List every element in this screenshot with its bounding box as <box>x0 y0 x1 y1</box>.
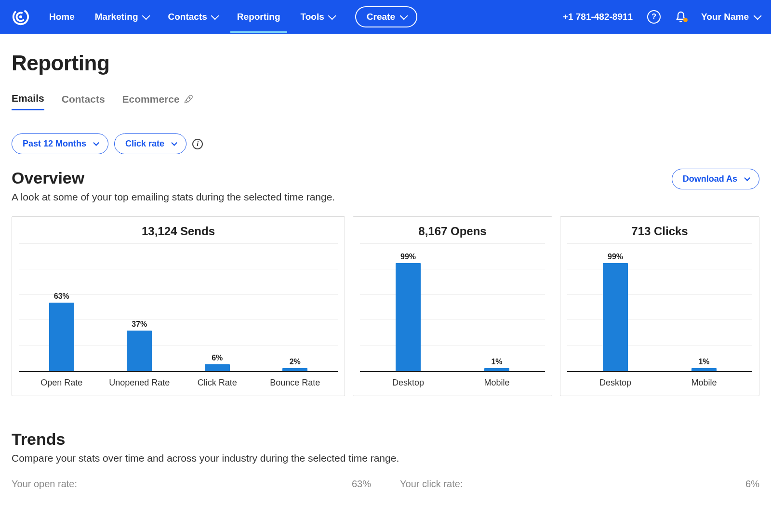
overview-charts: 13,124 Sends 63% 37% 6% 2% <box>12 216 759 396</box>
chevron-down-icon <box>400 12 408 20</box>
trends-section: Trends Compare your stats over time and … <box>12 430 759 490</box>
time-range-label: Past 12 Months <box>23 139 86 149</box>
top-navbar: Home Marketing Contacts Reporting Tools … <box>0 0 771 34</box>
chart-clicks: 713 Clicks 99% 1% Desktop Mobile <box>560 216 759 396</box>
trend-click-rate: Your click rate: 6% <box>400 479 759 490</box>
overview-title: Overview <box>12 169 335 187</box>
bar <box>49 303 74 371</box>
bar-value-label: 99% <box>400 253 416 261</box>
bar <box>484 368 509 371</box>
trends-title: Trends <box>12 430 759 449</box>
svg-point-2 <box>19 15 22 18</box>
bar-desktop: 99% <box>395 253 422 371</box>
chart-clicks-title: 713 Clicks <box>567 225 752 238</box>
bar <box>282 368 307 371</box>
chart-opens-title: 8,167 Opens <box>360 225 545 238</box>
tab-ecommerce[interactable]: Ecommerce <box>122 93 193 110</box>
trend-columns: Your open rate: 63% Your click rate: 6% <box>12 479 759 490</box>
user-name-label: Your Name <box>701 12 749 22</box>
bar <box>603 263 628 371</box>
chevron-down-icon <box>142 12 150 20</box>
metric-select[interactable]: Click rate <box>114 133 186 154</box>
bar-unopened-rate: 37% <box>126 320 153 371</box>
chart-opens: 8,167 Opens 99% 1% Desktop Mobile <box>353 216 552 396</box>
bar-value-label: 1% <box>698 358 709 366</box>
trend-open-value: 63% <box>352 479 371 490</box>
bar-value-label: 1% <box>491 358 502 366</box>
rocket-icon <box>184 94 193 104</box>
chart-clicks-plot: 99% 1% <box>567 244 752 372</box>
brand-logo[interactable] <box>12 8 30 26</box>
tab-ecommerce-label: Ecommerce <box>122 93 180 105</box>
xaxis-label: Desktop <box>364 378 452 388</box>
xaxis-label: Desktop <box>571 378 660 388</box>
nav-home[interactable]: Home <box>42 0 81 33</box>
trend-open-rate: Your open rate: 63% <box>12 479 371 490</box>
primary-nav: Home Marketing Contacts Reporting Tools … <box>42 0 417 33</box>
bar-value-label: 2% <box>290 358 301 366</box>
bar-value-label: 37% <box>132 320 147 329</box>
download-as-label: Download As <box>683 174 737 184</box>
gridlines <box>567 244 752 371</box>
bar-open-rate: 63% <box>48 292 75 371</box>
xaxis-label: Open Rate <box>23 378 101 388</box>
chart-sends: 13,124 Sends 63% 37% 6% 2% <box>12 216 345 396</box>
download-as-button[interactable]: Download As <box>672 169 759 189</box>
bar-value-label: 99% <box>608 253 623 261</box>
bar-value-label: 63% <box>54 292 69 301</box>
bar-desktop: 99% <box>602 253 629 371</box>
chart-sends-title: 13,124 Sends <box>19 225 338 238</box>
trend-open-label: Your open rate: <box>12 479 77 490</box>
chart-sends-xaxis: Open Rate Unopened Rate Click Rate Bounc… <box>19 372 338 391</box>
chevron-down-icon <box>328 12 336 20</box>
trend-click-label: Your click rate: <box>400 479 463 490</box>
nav-home-label: Home <box>49 12 75 22</box>
trend-click-value: 6% <box>745 479 759 490</box>
support-phone[interactable]: +1 781-482-8911 <box>563 12 633 22</box>
svg-point-3 <box>189 97 190 98</box>
report-tabs: Emails Contacts Ecommerce <box>12 93 759 110</box>
chevron-down-icon <box>93 140 99 146</box>
nav-marketing[interactable]: Marketing <box>88 0 155 33</box>
nav-tools-label: Tools <box>301 12 324 22</box>
chevron-down-icon <box>744 175 750 181</box>
bar <box>396 263 421 371</box>
xaxis-label: Bounce Rate <box>256 378 334 388</box>
info-icon[interactable]: i <box>192 139 203 149</box>
chart-opens-xaxis: Desktop Mobile <box>360 372 545 391</box>
create-button[interactable]: Create <box>355 6 417 27</box>
notifications-icon[interactable] <box>675 11 687 23</box>
help-icon[interactable]: ? <box>647 10 661 24</box>
bar <box>691 368 717 371</box>
nav-reporting-label: Reporting <box>237 12 280 22</box>
tab-contacts-label: Contacts <box>62 93 105 105</box>
tab-contacts[interactable]: Contacts <box>62 93 105 110</box>
create-button-label: Create <box>367 12 395 22</box>
chevron-down-icon <box>754 12 762 20</box>
overview-subtitle: A look at some of your top emailing stat… <box>12 191 335 203</box>
bar-mobile: 1% <box>691 358 718 371</box>
chevron-down-icon <box>171 140 177 146</box>
bar-mobile: 1% <box>483 358 510 371</box>
time-range-select[interactable]: Past 12 Months <box>12 133 108 154</box>
xaxis-label: Unopened Rate <box>101 378 179 388</box>
bar-value-label: 6% <box>212 354 223 362</box>
nav-marketing-label: Marketing <box>95 12 138 22</box>
nav-tools[interactable]: Tools <box>294 0 341 33</box>
user-menu[interactable]: Your Name <box>701 12 759 22</box>
bar-click-rate: 6% <box>204 354 231 371</box>
chart-opens-plot: 99% 1% <box>360 244 545 372</box>
tab-emails[interactable]: Emails <box>12 93 44 110</box>
chevron-down-icon <box>211 12 219 20</box>
nav-contacts[interactable]: Contacts <box>161 0 224 33</box>
xaxis-label: Mobile <box>452 378 541 388</box>
xaxis-label: Click Rate <box>178 378 256 388</box>
overview-header: Overview A look at some of your top emai… <box>12 169 759 203</box>
nav-reporting[interactable]: Reporting <box>230 0 287 33</box>
bar-bounce-rate: 2% <box>281 358 308 371</box>
metric-label: Click rate <box>125 139 164 149</box>
bar <box>205 364 230 371</box>
tab-emails-label: Emails <box>12 93 44 104</box>
xaxis-label: Mobile <box>660 378 748 388</box>
notification-dot <box>683 18 688 22</box>
